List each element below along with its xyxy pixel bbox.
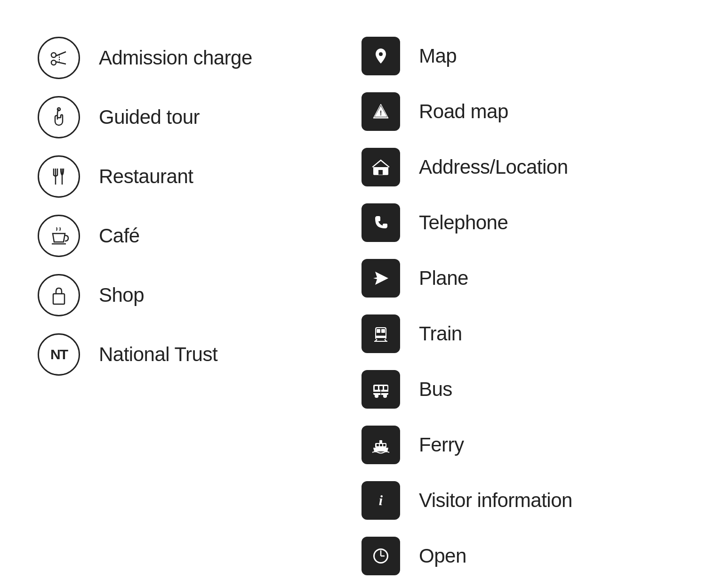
svg-point-0: [51, 53, 56, 57]
open-icon: [362, 537, 400, 575]
right-column: Map ! Road map: [362, 28, 685, 588]
svg-rect-9: [53, 294, 64, 304]
map-icon: [362, 37, 400, 75]
road-map-icon: !: [362, 92, 400, 131]
train-icon: [362, 314, 400, 353]
list-item: Telephone: [362, 195, 685, 250]
svg-rect-42: [379, 440, 382, 444]
list-item: Train: [362, 306, 685, 362]
list-item: Closed: [362, 584, 685, 588]
list-item: Ferry: [362, 417, 685, 473]
train-label: Train: [419, 322, 462, 345]
list-item: Bus: [362, 362, 685, 417]
shop-label: Shop: [99, 284, 144, 306]
national-trust-icon: NT: [38, 333, 80, 376]
svg-point-35: [375, 394, 378, 398]
list-item: Admission charge: [38, 28, 362, 88]
list-item: ! Road map: [362, 84, 685, 139]
svg-rect-29: [375, 386, 378, 390]
list-item: Open: [362, 528, 685, 584]
national-trust-label: National Trust: [99, 343, 217, 366]
list-item: Café: [38, 206, 362, 266]
list-item: Plane: [362, 250, 685, 306]
restaurant-label: Restaurant: [99, 165, 193, 188]
map-label: Map: [419, 45, 457, 67]
svg-rect-22: [377, 329, 380, 333]
left-column: Admission charge Guided tour: [38, 28, 362, 588]
svg-line-3: [56, 62, 66, 64]
svg-line-2: [56, 52, 66, 56]
svg-rect-41: [383, 444, 386, 446]
list-item: Shop: [38, 266, 362, 325]
road-map-label: Road map: [419, 100, 508, 123]
svg-rect-40: [380, 444, 382, 446]
plane-icon: [362, 259, 400, 298]
bus-icon: [362, 370, 400, 409]
address-icon: [362, 148, 400, 186]
ferry-icon: [362, 426, 400, 464]
svg-rect-19: [378, 170, 383, 175]
guided-tour-label: Guided tour: [99, 106, 200, 129]
open-label: Open: [419, 545, 466, 567]
guided-tour-icon: [38, 96, 80, 138]
list-item: Guided tour: [38, 88, 362, 147]
cafe-icon: [38, 215, 80, 257]
list-item: NT National Trust: [38, 325, 362, 384]
admission-charge-label: Admission charge: [99, 47, 252, 69]
svg-text:!: !: [380, 109, 382, 117]
legend-container: Admission charge Guided tour: [38, 28, 685, 588]
shop-icon: [38, 274, 80, 316]
svg-rect-23: [381, 329, 385, 333]
svg-text:i: i: [379, 492, 383, 508]
ferry-label: Ferry: [419, 434, 464, 456]
svg-rect-24: [376, 336, 386, 338]
plane-label: Plane: [419, 267, 468, 290]
svg-point-1: [51, 60, 56, 65]
svg-rect-31: [384, 386, 387, 390]
svg-point-36: [383, 394, 387, 398]
list-item: Map: [362, 28, 685, 84]
svg-point-10: [379, 52, 383, 56]
list-item: Address/Location: [362, 139, 685, 195]
address-label: Address/Location: [419, 156, 568, 178]
svg-rect-39: [377, 444, 379, 446]
visitor-info-label: Visitor information: [419, 489, 572, 512]
restaurant-icon: [38, 155, 80, 198]
telephone-icon: [362, 203, 400, 242]
admission-charge-icon: [38, 37, 80, 79]
telephone-label: Telephone: [419, 211, 508, 234]
list-item: i Visitor information: [362, 473, 685, 528]
cafe-label: Café: [99, 225, 140, 247]
bus-label: Bus: [419, 378, 452, 401]
visitor-info-icon: i: [362, 481, 400, 520]
list-item: Restaurant: [38, 147, 362, 206]
svg-rect-30: [379, 386, 383, 390]
